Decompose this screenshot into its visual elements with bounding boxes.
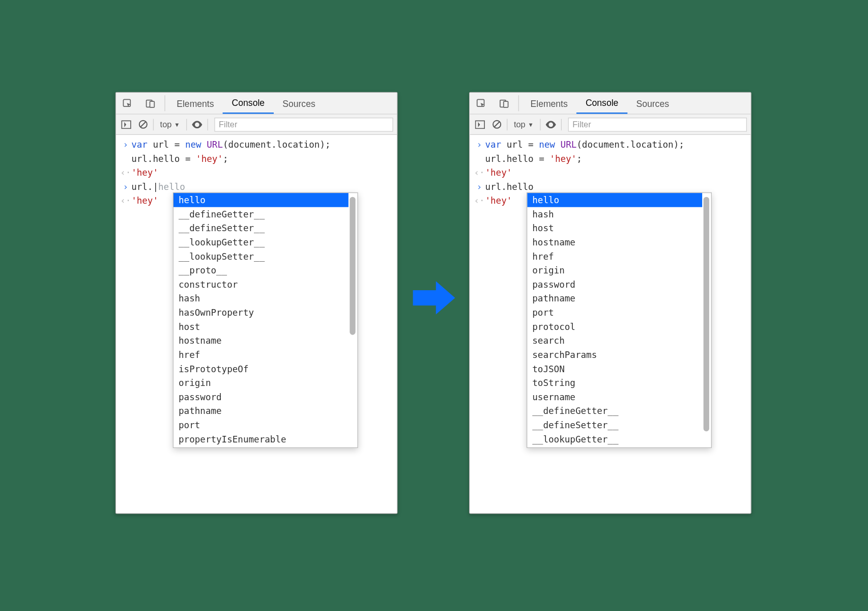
tab-console[interactable]: Console <box>223 93 274 114</box>
autocomplete-item[interactable]: hasOwnProperty <box>173 306 349 320</box>
autocomplete-item[interactable]: constructor <box>173 277 349 292</box>
code-line: var url = new URL(document.location); <box>131 137 330 152</box>
autocomplete-item[interactable]: __defineGetter__ <box>173 207 349 221</box>
result: 'hey' <box>131 193 158 208</box>
autocomplete-item[interactable]: hash <box>173 291 349 306</box>
tab-elements[interactable]: Elements <box>522 93 576 114</box>
inspect-icon[interactable] <box>470 93 493 114</box>
autocomplete-item[interactable]: __lookupGetter__ <box>527 432 702 446</box>
autocomplete-item[interactable]: username <box>527 390 702 404</box>
scrollbar-thumb[interactable] <box>704 197 709 431</box>
autocomplete-item[interactable]: __proto__ <box>173 263 349 277</box>
context-label: top <box>514 120 526 129</box>
output-icon: ‹· <box>474 193 485 208</box>
output-icon: ‹· <box>120 165 132 180</box>
context-selector[interactable]: top ▼ <box>158 120 183 129</box>
before-after-arrow-icon <box>412 279 456 317</box>
autocomplete-item[interactable]: href <box>527 249 702 264</box>
autocomplete-item[interactable]: href <box>173 348 349 362</box>
input-row: url.hello = 'hey'; <box>470 152 750 166</box>
svg-rect-7 <box>477 99 484 106</box>
separator <box>518 95 519 111</box>
scrollbar[interactable] <box>350 197 355 443</box>
result: 'hey' <box>131 165 158 180</box>
eye-icon[interactable] <box>544 118 557 131</box>
code-line: url.|hello <box>131 180 185 194</box>
clear-console-icon[interactable] <box>136 118 149 131</box>
svg-line-12 <box>494 122 500 127</box>
autocomplete-item[interactable]: hello <box>527 193 702 207</box>
autocomplete-item[interactable]: __defineSetter__ <box>527 418 702 432</box>
scrollbar[interactable] <box>704 197 709 443</box>
autocomplete-item[interactable]: pathname <box>173 404 349 418</box>
input-row: › url.|hello <box>116 180 397 194</box>
autocomplete-item[interactable]: protocol <box>527 320 702 334</box>
inspect-icon[interactable] <box>116 93 139 114</box>
scrollbar-thumb[interactable] <box>350 197 355 335</box>
autocomplete-item[interactable]: hash <box>527 207 702 221</box>
filter-input[interactable]: Filter <box>568 117 747 131</box>
tab-console[interactable]: Console <box>576 93 627 114</box>
autocomplete-item[interactable]: search <box>527 334 702 348</box>
code-line: var url = new URL(document.location); <box>485 137 684 152</box>
autocomplete-item[interactable]: host <box>527 221 702 235</box>
autocomplete-popup: hellohashhosthostnamehreforiginpasswordp… <box>527 192 712 448</box>
separator <box>164 95 165 111</box>
autocomplete-item[interactable]: pathname <box>527 291 702 306</box>
autocomplete-item[interactable]: __lookupSetter__ <box>173 249 349 264</box>
filter-placeholder: Filter <box>219 120 237 129</box>
autocomplete-item[interactable]: __defineGetter__ <box>527 404 702 418</box>
autocomplete-list[interactable]: hellohashhosthostnamehreforiginpasswordp… <box>527 193 711 446</box>
code-line: url.hello = 'hey'; <box>485 152 582 166</box>
autocomplete-item[interactable]: origin <box>527 263 702 277</box>
autocomplete-item[interactable]: toJSON <box>527 362 702 376</box>
comparison-stage: Elements Console Sources top ▼ Filter <box>93 82 776 530</box>
sidebar-toggle-icon[interactable] <box>120 118 133 131</box>
autocomplete-item[interactable]: toString <box>527 376 702 390</box>
console-body[interactable]: › var url = new URL(document.location); … <box>116 135 397 208</box>
sidebar-toggle-icon[interactable] <box>474 118 486 131</box>
dropdown-triangle-icon: ▼ <box>174 121 180 128</box>
autocomplete-item[interactable]: hello <box>173 193 349 207</box>
filter-input[interactable]: Filter <box>214 117 393 131</box>
output-row: ‹· 'hey' <box>470 165 750 180</box>
autocomplete-item[interactable]: __defineSetter__ <box>173 221 349 235</box>
tab-sources[interactable]: Sources <box>274 93 325 114</box>
autocomplete-item[interactable]: origin <box>173 376 349 390</box>
autocomplete-item[interactable]: hostname <box>527 235 702 249</box>
device-toggle-icon[interactable] <box>139 93 162 114</box>
autocomplete-item[interactable]: password <box>527 277 702 292</box>
tab-sources[interactable]: Sources <box>627 93 678 114</box>
autocomplete-list[interactable]: hello__defineGetter____defineSetter____l… <box>173 193 357 446</box>
console-body[interactable]: › var url = new URL(document.location); … <box>470 135 750 208</box>
separator <box>186 119 187 130</box>
autocomplete-item[interactable]: hostname <box>173 334 349 348</box>
separator <box>561 119 562 130</box>
context-selector[interactable]: top ▼ <box>511 120 536 129</box>
autocomplete-item[interactable]: searchParams <box>527 348 702 362</box>
eye-icon[interactable] <box>191 118 204 131</box>
autocomplete-item[interactable]: port <box>173 418 349 432</box>
input-row: url.hello = 'hey'; <box>116 152 397 166</box>
autocomplete-item[interactable]: password <box>173 390 349 404</box>
clear-console-icon[interactable] <box>490 118 503 131</box>
tab-bar: Elements Console Sources <box>470 93 750 115</box>
prompt-icon: › <box>474 137 485 152</box>
device-toggle-icon[interactable] <box>493 93 515 114</box>
tab-bar: Elements Console Sources <box>116 93 397 115</box>
output-icon: ‹· <box>120 193 132 208</box>
autocomplete-item[interactable]: port <box>527 306 702 320</box>
devtools-panel-after: Elements Console Sources top ▼ Filter <box>469 92 751 514</box>
separator <box>507 119 507 130</box>
autocomplete-popup: hello__defineGetter____defineSetter____l… <box>173 192 358 448</box>
context-label: top <box>160 120 172 129</box>
tab-elements[interactable]: Elements <box>168 93 223 114</box>
autocomplete-item[interactable]: isPrototypeOf <box>173 362 349 376</box>
svg-rect-9 <box>504 101 508 107</box>
autocomplete-item[interactable]: __lookupGetter__ <box>173 235 349 249</box>
autocomplete-item[interactable]: propertyIsEnumerable <box>173 432 349 446</box>
devtools-panel-before: Elements Console Sources top ▼ Filter <box>115 92 398 514</box>
autocomplete-item[interactable]: host <box>173 320 349 334</box>
input-row: › var url = new URL(document.location); <box>470 137 750 152</box>
filter-placeholder: Filter <box>572 120 591 129</box>
